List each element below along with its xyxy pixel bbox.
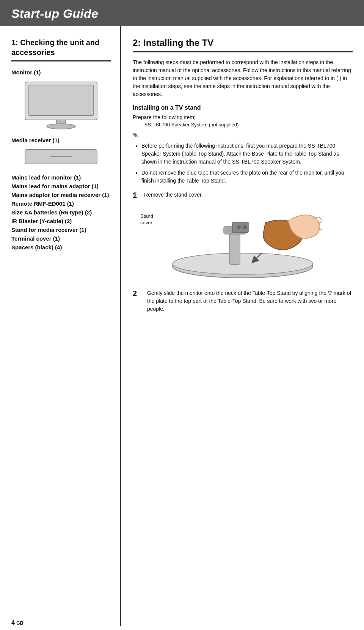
step-2-text: Gently slide the monitor onto the neck o… xyxy=(147,289,353,313)
left-column: 1: Checking the unit and accessories Mon… xyxy=(0,26,121,626)
prepare-text: Prepare the following item; xyxy=(133,114,353,120)
svg-point-3 xyxy=(47,124,75,129)
step-1-text: Remove the stand cover. xyxy=(144,191,203,199)
terminal-cover-label: Terminal cover (1) xyxy=(11,235,111,242)
intro-paragraph: The following steps must be performed to… xyxy=(133,58,353,98)
sub-section-title: Installing on a TV stand xyxy=(133,104,353,111)
monitor-label: Monitor (1) xyxy=(11,69,111,76)
step-2-number: 2 xyxy=(133,289,144,298)
monitor-illustration xyxy=(11,80,111,129)
svg-rect-1 xyxy=(29,85,93,115)
step-2: 2 Gently slide the monitor onto the neck… xyxy=(133,289,353,313)
left-section-header: 1: Checking the unit and accessories xyxy=(11,38,111,61)
right-section-header: 2: Installing the TV xyxy=(133,38,353,52)
media-receiver-svg xyxy=(23,146,99,167)
step-1: 1 Remove the stand cover. xyxy=(133,191,353,200)
stand-media-receiver-label: Stand for media receiver (1) xyxy=(11,227,111,233)
remote-label: Remote RMF-ED001 (1) xyxy=(11,200,111,207)
right-section-title: 2: Installing the TV xyxy=(133,38,353,48)
svg-point-12 xyxy=(243,225,247,229)
ir-blaster-label: IR Blaster (Y-cable) (2) xyxy=(11,218,111,224)
svg-point-11 xyxy=(237,225,241,229)
svg-rect-8 xyxy=(229,230,240,265)
mains-lead-monitor-label: Mains lead for monitor (1) xyxy=(11,174,111,181)
speaker-item: – SS-TBL700 Speaker System (not supplied… xyxy=(140,122,353,128)
media-receiver-illustration xyxy=(11,146,111,167)
media-receiver-label: Media receiver (1) xyxy=(11,137,111,143)
main-content: 1: Checking the unit and accessories Mon… xyxy=(0,26,364,626)
bullet-item-1: Before performing the following instruct… xyxy=(141,142,353,166)
mains-adaptor-media-label: Mains adaptor for media receiver (1) xyxy=(11,192,111,198)
note-icon: ✎ xyxy=(133,131,353,140)
page-number: 4 GB xyxy=(11,619,23,626)
page-header: Start-up Guide xyxy=(0,0,364,26)
left-section-title: 1: Checking the unit and accessories xyxy=(11,38,111,57)
svg-point-7 xyxy=(173,253,313,274)
page-title: Start-up Guide xyxy=(11,7,98,20)
bullet-item-2: Do not remove the blue tape that secures… xyxy=(141,169,353,185)
mains-lead-adaptor-label: Mains lead for mains adaptor (1) xyxy=(11,183,111,189)
batteries-label: Size AA batteries (R6 type) (2) xyxy=(11,209,111,216)
bullet-list: Before performing the following instruct… xyxy=(135,142,353,185)
stand-illustration-svg xyxy=(163,208,322,280)
right-column: 2: Installing the TV The following steps… xyxy=(121,26,364,626)
accessories-list: Monitor (1) Media receiver (1) xyxy=(11,69,111,250)
step-1-number: 1 xyxy=(133,191,144,200)
spacers-label: Spacers (black) (4) xyxy=(11,244,111,250)
stand-cover-illustration: Stand cover xyxy=(133,206,353,282)
stand-cover-label: Stand cover xyxy=(140,213,153,226)
page-footer: 4 GB xyxy=(11,619,23,626)
monitor-svg xyxy=(23,80,99,129)
